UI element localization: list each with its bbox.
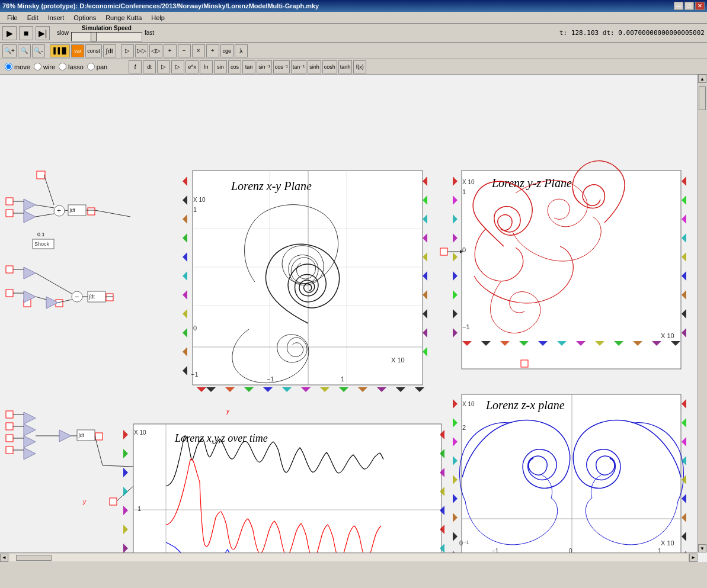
scroll-thumb-v[interactable] xyxy=(699,86,706,110)
plot-button[interactable]: ▐▐▐▌ xyxy=(50,44,70,57)
move-mode[interactable]: move xyxy=(5,63,30,70)
svg-marker-188 xyxy=(453,309,458,319)
svg-rect-1 xyxy=(6,198,13,205)
var-button[interactable]: var xyxy=(71,44,84,57)
const-button[interactable]: const xyxy=(85,44,102,57)
add-button[interactable]: + xyxy=(164,44,177,57)
svg-marker-113 xyxy=(197,387,206,392)
cos-btn[interactable]: cos xyxy=(228,60,241,73)
zoom-reset-button[interactable]: 🔍 xyxy=(18,44,31,57)
zoom-in-button[interactable]: 🔍+ xyxy=(2,44,17,57)
menu-file[interactable]: File xyxy=(2,13,23,23)
menu-edit[interactable]: Edit xyxy=(23,13,43,23)
pan-mode[interactable]: pan xyxy=(87,63,107,70)
move-radio[interactable] xyxy=(5,63,12,70)
exp-btn[interactable]: e^x xyxy=(185,60,199,73)
pan-radio[interactable] xyxy=(87,63,95,70)
ln-btn[interactable]: ln xyxy=(200,60,213,73)
svg-marker-128 xyxy=(183,195,187,205)
speed-slider[interactable] xyxy=(71,32,142,41)
menu-rungekutta[interactable]: Runge Kutta xyxy=(101,13,146,23)
tan-btn[interactable]: tan xyxy=(242,60,255,73)
t-btn[interactable]: t xyxy=(129,60,142,73)
asin-btn[interactable]: sin⁻¹ xyxy=(257,60,272,73)
scroll-right-btn[interactable]: ► xyxy=(689,554,698,562)
svg-marker-124 xyxy=(396,387,405,392)
main-toolbar: ▶ ■ ▶| slow Simulation Speed fast t: 128… xyxy=(0,24,707,43)
paste-button[interactable]: ▷▷ xyxy=(135,44,148,57)
cge-button[interactable]: cge xyxy=(220,44,233,57)
move-label: move xyxy=(14,63,30,70)
stop-button[interactable]: ■ xyxy=(19,26,33,40)
svg-marker-241 xyxy=(682,437,686,446)
title-bar: 76% Minsky (prototype): D:/economic/Conf… xyxy=(0,0,707,12)
svg-marker-243 xyxy=(682,475,686,484)
tanh-btn[interactable]: tanh xyxy=(338,60,353,73)
svg-marker-246 xyxy=(682,532,686,541)
svg-text:−1: −1 xyxy=(462,323,470,330)
zoom-out-button[interactable]: 🔍- xyxy=(32,44,45,57)
svg-marker-147 xyxy=(423,347,427,356)
svg-marker-118 xyxy=(282,387,292,392)
menu-options[interactable]: Options xyxy=(69,13,101,23)
wire-radio[interactable] xyxy=(34,63,41,70)
svg-line-18 xyxy=(65,210,68,211)
svg-marker-235 xyxy=(453,494,458,503)
divide-button[interactable]: ÷ xyxy=(206,44,219,57)
speed-slow-label: slow xyxy=(57,30,69,36)
svg-marker-171 xyxy=(123,544,128,553)
main-canvas[interactable]: σ y x + ∫dt x 0.1 Shock ρ xyxy=(0,75,707,562)
svg-rect-212 xyxy=(521,360,528,367)
svg-text:∫dt: ∫dt xyxy=(88,294,95,300)
copy-button[interactable]: ▷ xyxy=(121,44,134,57)
arrow-right2[interactable]: ▷ xyxy=(171,60,184,73)
multiply-button[interactable]: × xyxy=(192,44,205,57)
svg-text:0⁻¹: 0⁻¹ xyxy=(459,539,469,547)
play-button[interactable]: ▶ xyxy=(2,26,17,40)
svg-marker-187 xyxy=(453,290,458,300)
fx-btn[interactable]: f(x) xyxy=(353,60,366,73)
svg-rect-24 xyxy=(6,290,13,297)
svg-marker-237 xyxy=(453,532,458,541)
atan-btn[interactable]: tan⁻¹ xyxy=(291,60,307,73)
svg-marker-181 xyxy=(453,176,458,186)
close-button[interactable]: ✕ xyxy=(695,2,705,10)
acos-btn[interactable]: cos⁻¹ xyxy=(273,60,290,73)
minimize-button[interactable]: — xyxy=(674,2,683,10)
scroll-left-btn[interactable]: ◄ xyxy=(0,554,8,562)
step-button[interactable]: ▶| xyxy=(36,26,50,40)
svg-marker-232 xyxy=(453,437,458,446)
lasso-mode[interactable]: lasso xyxy=(59,63,84,70)
subtract-button[interactable]: − xyxy=(178,44,191,57)
flip-button[interactable]: ◁▷ xyxy=(149,44,162,57)
scroll-down-btn[interactable]: ▼ xyxy=(698,544,706,552)
lambda-button[interactable]: λ xyxy=(235,44,248,57)
scroll-thumb-h[interactable] xyxy=(16,555,52,561)
svg-marker-140 xyxy=(423,214,427,224)
svg-marker-135 xyxy=(183,328,187,338)
xy-plot-border xyxy=(193,171,423,385)
sin-btn[interactable]: sin xyxy=(214,60,227,73)
menu-insert[interactable]: Insert xyxy=(43,13,69,23)
svg-marker-245 xyxy=(682,513,686,522)
sinh-btn[interactable]: sinh xyxy=(308,60,321,73)
wire-mode[interactable]: wire xyxy=(34,63,55,70)
scroll-up-btn[interactable]: ▲ xyxy=(698,75,706,83)
arrow-right1[interactable]: ▷ xyxy=(157,60,170,73)
menu-help[interactable]: Help xyxy=(146,13,169,23)
maximize-button[interactable]: □ xyxy=(684,2,694,10)
svg-marker-165 xyxy=(123,430,128,439)
svg-marker-119 xyxy=(301,387,311,392)
svg-rect-37 xyxy=(106,294,113,301)
svg-marker-141 xyxy=(423,233,427,243)
cosh-btn[interactable]: cosh xyxy=(322,60,337,73)
vertical-scrollbar[interactable]: ▲ ▼ xyxy=(698,75,707,552)
svg-text:X 10: X 10 xyxy=(391,356,405,364)
lasso-radio[interactable] xyxy=(59,63,66,70)
svg-text:0: 0 xyxy=(193,324,197,332)
dt-btn[interactable]: dt xyxy=(143,60,156,73)
integral-button[interactable]: ∫dt xyxy=(103,44,116,57)
svg-rect-48 xyxy=(6,411,13,418)
horizontal-scrollbar[interactable]: ◄ ► xyxy=(0,552,698,562)
svg-rect-54 xyxy=(6,446,13,454)
